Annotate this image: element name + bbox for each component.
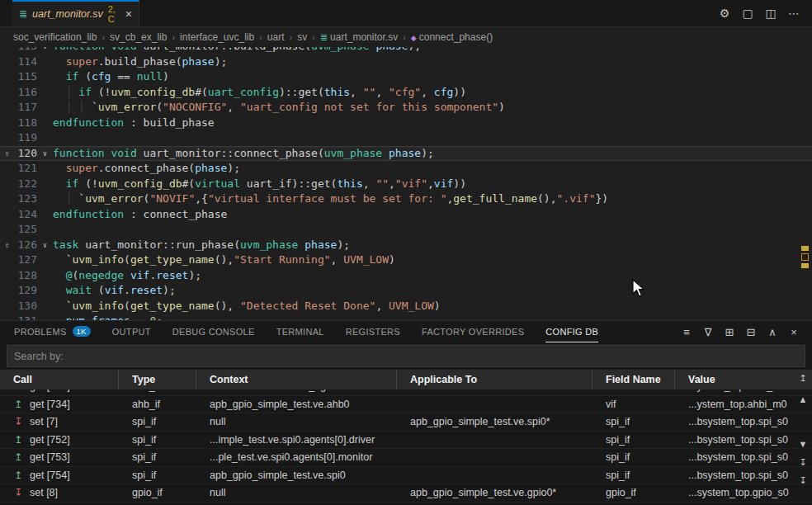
split-editor-icon[interactable]: ◫: [761, 7, 781, 20]
fold-spacer: [37, 130, 53, 146]
fold-chevron-icon[interactable]: ∨: [37, 238, 53, 253]
overview-ruler-mark: [801, 253, 809, 261]
breadcrumb-item-interface-uvc-lib[interactable]: interface_uvc_lib: [180, 31, 254, 43]
tab-title: uart_monitor.sv: [32, 8, 103, 20]
column-header-context[interactable]: Context: [196, 370, 397, 389]
fold-spacer: [37, 85, 53, 101]
cell-field-name: gpio_if: [592, 487, 675, 498]
tab-close-icon[interactable]: ×: [125, 7, 132, 21]
panel-tab-config-db[interactable]: CONFIG DB: [545, 321, 598, 342]
code-line[interactable]: 113∨function void uart_monitor::build_ph…: [0, 47, 812, 54]
code-line[interactable]: 130 `uvm_info(get_type_name(), "Detected…: [0, 299, 812, 314]
column-header-applicable-to[interactable]: Applicable To: [397, 370, 592, 389]
fold-spacer: [37, 100, 53, 116]
table-row[interactable]: ↧set [8]gpio_ifnullapb_gpio_simple_test.…: [0, 484, 812, 503]
table-scroll-rail[interactable]: ↥▲▼↧↧: [796, 370, 810, 505]
cell-call: ↧set [7]: [0, 416, 119, 427]
line-number: 130: [14, 299, 37, 314]
panel-tab-registers[interactable]: REGISTERS: [346, 321, 400, 342]
code-line[interactable]: 115 if (cfg == null): [0, 69, 812, 85]
code-editor[interactable]: 113∨function void uart_monitor::build_ph…: [0, 47, 812, 320]
breadcrumb-item-sv[interactable]: sv: [297, 31, 307, 43]
column-header-call[interactable]: Call: [0, 370, 119, 389]
call-label: get [753]: [30, 451, 70, 463]
code-line[interactable]: 123 │ `uvm_error("NOVIF",{"virtual inter…: [0, 191, 812, 207]
code-line[interactable]: 124endfunction : connect_phase: [0, 207, 812, 223]
table-row[interactable]: ↥get [753]spi_if...ple_test.ve.spi0.agen…: [0, 449, 812, 467]
gutter-spacer: [0, 283, 14, 299]
breadcrumb-separator-icon: ›: [290, 32, 293, 42]
column-header-type[interactable]: Type: [119, 370, 196, 389]
rail-arrow-icon[interactable]: ↥: [796, 373, 810, 384]
code-text: [53, 130, 812, 146]
open-in-editor-icon[interactable]: ⊞: [721, 326, 738, 338]
table-row[interactable]: ↥get [752]spi_if...imple_test.ve.spi0.ag…: [0, 432, 812, 450]
close-panel-icon[interactable]: ×: [786, 326, 802, 338]
method-symbol-icon: ◆: [411, 34, 417, 42]
collapse-panel-icon[interactable]: ∧: [764, 326, 781, 338]
cell-call: ↥get [754]: [0, 470, 119, 481]
breadcrumb-item-uart-monitor-sv[interactable]: ≣uart_monitor.sv: [320, 31, 398, 43]
gutter-spacer: [0, 161, 14, 177]
get-icon: ↥: [13, 399, 23, 410]
code-line[interactable]: 127 `uvm_info(get_type_name(),"Start Run…: [0, 252, 812, 268]
code-line[interactable]: 114 super.build_phase(phase);: [0, 54, 812, 70]
code-line[interactable]: 129 wait (vif.reset);: [0, 283, 812, 299]
code-line[interactable]: 131 num_frames = 0;: [0, 314, 812, 320]
code-line[interactable]: 128 @(negedge vif.reset);: [0, 268, 812, 284]
code-line[interactable]: 119: [0, 130, 812, 146]
fold-chevron-icon[interactable]: ∨: [37, 47, 53, 54]
cell-value: ...bsystem_top.spi_s0: [675, 470, 812, 481]
table-row[interactable]: ↧set [7]spi_ifnullapb_gpio_simple_test.v…: [0, 413, 812, 432]
rail-arrow-icon[interactable]: ↧: [796, 457, 810, 468]
breadcrumb-item-sv-cb-ex-lib[interactable]: sv_cb_ex_lib: [110, 31, 167, 43]
breadcrumb-item-soc-verification-lib[interactable]: soc_verification_lib: [13, 31, 97, 43]
rail-arrow-icon[interactable]: ↧: [796, 475, 810, 486]
panel-tab-problems[interactable]: PROBLEMS1K: [14, 321, 91, 342]
panel-actions: ≡∇⊞⊟∧×: [678, 326, 812, 338]
code-line[interactable]: ⇧120∨function void uart_monitor::connect…: [0, 146, 812, 162]
panel-tab-debug-console[interactable]: DEBUG CONSOLE: [172, 321, 255, 342]
customize-layout-icon[interactable]: ▢: [738, 7, 758, 20]
panel-tab-factory-overrides[interactable]: FACTORY OVERRIDES: [422, 321, 524, 342]
breadcrumb-separator-icon: ›: [102, 32, 105, 42]
panel-tab-label: CONFIG DB: [545, 327, 598, 337]
line-number: 131: [14, 314, 37, 320]
breadcrumb-item-uart[interactable]: uart: [267, 31, 285, 43]
code-line[interactable]: 118endfunction : build_phase: [0, 116, 812, 131]
code-line[interactable]: 116 │ if (!uvm_config_db#(uart_config)::…: [0, 85, 812, 101]
panel-tab-terminal[interactable]: TERMINAL: [276, 321, 324, 342]
more-actions-icon[interactable]: ⋯: [784, 7, 804, 20]
get-icon: ↥: [13, 451, 23, 463]
panel-tab-label: REGISTERS: [346, 327, 400, 337]
column-header-value[interactable]: Value: [675, 370, 812, 389]
line-number: 127: [14, 252, 37, 268]
table-row[interactable]: ↥get [734]ahb_ifapb_gpio_simple_test.ve.…: [0, 396, 812, 414]
code-line[interactable]: 122 if (!uvm_config_db#(virtual uart_if)…: [0, 177, 812, 192]
code-line[interactable]: ⇧126∨task uart_monitor::run_phase(uvm_ph…: [0, 238, 812, 253]
breadcrumb-item-connect-phase-[interactable]: ◆connect_phase(): [411, 31, 493, 43]
editor-tab-uart-monitor[interactable]: ≣ uart_monitor.sv 2, C ×: [12, 0, 139, 26]
line-number: 122: [14, 177, 37, 192]
fold-spacer: [37, 161, 53, 177]
table-row[interactable]: ↥get [754]spi_ifapb_gpio_simple_test.ve.…: [0, 467, 812, 485]
rail-arrow-icon[interactable]: ▲: [796, 394, 810, 404]
rail-arrow-icon[interactable]: ▼: [796, 439, 810, 449]
panel-tab-output[interactable]: OUTPUT: [112, 321, 151, 342]
cell-context: null: [196, 416, 397, 427]
filter-icon[interactable]: ∇: [700, 326, 716, 338]
line-number: 123: [14, 191, 37, 207]
table-row[interactable]: ↥get [733]ahb_if...test.ve.ahb0.master_a…: [0, 389, 812, 396]
cell-context: ...ple_test.ve.spi0.agents[0].monitor: [196, 451, 397, 463]
line-number: 120: [14, 146, 37, 162]
code-line[interactable]: 117 │ │ `uvm_error("NOCONFIG", "uart_con…: [0, 100, 812, 116]
code-line[interactable]: 125: [0, 222, 812, 238]
column-header-field-name[interactable]: Field Name: [592, 370, 675, 389]
cell-field-name: spi_if: [592, 416, 675, 427]
code-line[interactable]: 121 super.connect_phase(phase);: [0, 161, 812, 177]
search-input[interactable]: [14, 351, 798, 362]
view-as-list-icon[interactable]: ≡: [678, 326, 695, 338]
fold-chevron-icon[interactable]: ∨: [37, 146, 53, 162]
settings-icon[interactable]: ⚙: [715, 7, 734, 20]
maximize-panel-icon[interactable]: ⊟: [743, 326, 759, 338]
